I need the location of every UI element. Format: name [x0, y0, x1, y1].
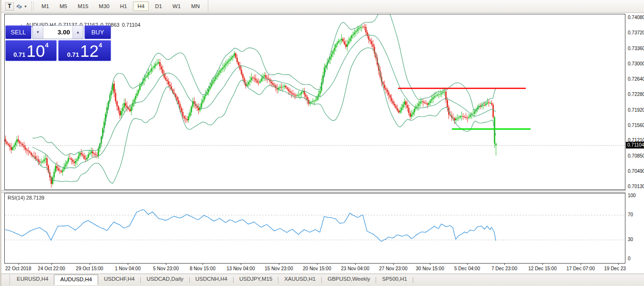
price-axis-tick: 0.70490 [628, 169, 644, 174]
time-axis-label: 22 Oct 2018 [5, 266, 31, 271]
rsi-name: RSI(14) [8, 195, 25, 201]
chart-tab-bar: EURUSD,H4AUDUSD,H4USDCHF,H4USDCAD,DailyU… [1, 274, 644, 286]
time-axis-tick-mark [19, 264, 19, 265]
timeframe-button-mn[interactable]: MN [187, 1, 204, 11]
chart-workspace: ▲AUDUSD,H40.711370.711620.708630.71104 S… [1, 13, 644, 274]
buy-price-pip-digit: 4 [99, 42, 102, 49]
time-axis-tick-mark [430, 264, 430, 265]
time-axis-label: 13 Nov 04:00 [226, 266, 255, 271]
timeframe-button-w1[interactable]: W1 [168, 1, 185, 11]
time-axis-label: 15 Nov 23:00 [265, 266, 293, 271]
chart-tab-sp500[interactable]: SP500,H1 [376, 275, 412, 285]
rsi-indicator-pane: RSI(14) 28.7139 [4, 193, 625, 264]
one-click-trading-panel: SELL ▼ ▲ BUY 0.71 10 4 0.71 [5, 25, 111, 61]
rsi-value: 28.7139 [26, 195, 44, 201]
price-axis-tick: 0.73000 [628, 61, 644, 67]
price-axis-tick: 0.71920 [628, 107, 644, 113]
time-axis-tick-mark [128, 264, 128, 265]
timeframe-button-m15[interactable]: M15 [73, 1, 92, 11]
chart-tab-gbpusd[interactable]: GBPUSD,Weekly [322, 275, 376, 285]
time-axis-label: 29 Oct 15:00 [76, 266, 103, 271]
price-axis-tick: 0.73360 [628, 46, 644, 52]
tab-scroll-area[interactable] [1, 275, 10, 285]
current-price-tag: 0.71104 [626, 142, 644, 148]
tab-divider [413, 277, 413, 283]
buy-price-display[interactable]: 0.71 12 4 [58, 40, 111, 61]
time-axis-label: 1 Nov 04:00 [115, 266, 141, 271]
buy-price-prefix: 0.71 [67, 51, 79, 58]
time-axis-tick-mark [618, 264, 619, 265]
time-axis-tick-mark [393, 264, 394, 265]
buy-price-big-digits: 12 [80, 44, 99, 58]
toolbar-separator [208, 0, 208, 13]
close-value: 0.71104 [122, 22, 141, 28]
chart-tab-usdjpy[interactable]: USDJPY,M15 [234, 275, 278, 285]
time-axis-tick-mark [279, 264, 279, 265]
rsi-axis-tick: 70 [628, 212, 633, 218]
time-axis-tick-mark [317, 264, 317, 265]
chart-tab-usdcad[interactable]: USDCAD,Daily [141, 275, 189, 285]
sell-price-display[interactable]: 0.71 10 4 [5, 40, 57, 61]
rsi-axis-tick: 100 [628, 193, 636, 199]
text-tool-button[interactable]: T [4, 1, 15, 11]
time-axis-tick-mark [355, 264, 356, 265]
top-toolbar: T ⇄ ▼ M1M5M15M30H1H4D1W1MN [1, 0, 644, 13]
price-axis-tick: 0.70850 [628, 153, 644, 159]
timeframe-button-m5[interactable]: M5 [55, 1, 72, 11]
volume-input[interactable] [43, 26, 72, 39]
price-axis[interactable]: 0.740800.737200.733600.730000.726400.722… [626, 13, 644, 274]
price-axis-tick: 0.71560 [628, 123, 644, 128]
chart-tab-xauusd[interactable]: XAUUSD,H1 [278, 275, 321, 285]
text-tool-icon: T [5, 2, 13, 11]
time-axis-label: 23 Nov 04:00 [341, 266, 369, 271]
sell-price-pip-digit: 4 [45, 42, 49, 49]
chart-tab-eurusd[interactable]: EURUSD,H4 [11, 275, 54, 285]
timeframe-button-d1[interactable]: D1 [151, 1, 166, 11]
time-axis-tick-mark [166, 264, 166, 265]
timeframe-button-h1[interactable]: H1 [116, 1, 132, 11]
timeframe-button-m30[interactable]: M30 [94, 1, 113, 11]
toolbar-separator [31, 1, 34, 11]
time-axis-label: 5 Dec 04:00 [454, 266, 480, 271]
time-axis-label: 5 Nov 23:00 [153, 266, 179, 271]
rsi-canvas[interactable] [5, 193, 625, 263]
rsi-label: RSI(14) 28.7139 [8, 195, 44, 201]
price-axis-tick: 0.72640 [628, 76, 644, 82]
rsi-axis-tick: 0 [628, 256, 631, 262]
chart-tab-audusd[interactable]: AUDUSD,H4 [54, 275, 98, 285]
time-axis-tick-mark [467, 264, 468, 265]
chart-tab-usdchf[interactable]: USDCHF,H4 [98, 275, 141, 285]
time-axis-label: 8 Nov 15:00 [190, 266, 215, 271]
time-axis-label: 17 Dec 07:00 [566, 266, 595, 271]
rsi-axis-tick: 30 [628, 237, 633, 243]
buy-button[interactable]: BUY [84, 25, 111, 39]
dropdown-caret-icon[interactable]: ▼ [24, 5, 27, 8]
quick-order-button[interactable]: ⇄ ▼ [16, 1, 28, 11]
time-axis-tick-mark [241, 264, 241, 265]
time-axis-label: 20 Nov 15:00 [303, 266, 331, 271]
sell-price-prefix: 0.71 [13, 51, 25, 58]
main-chart-pane: ▲AUDUSD,H40.711370.711620.708630.71104 S… [4, 14, 625, 190]
time-axis-tick-mark [581, 264, 581, 265]
time-axis-label: 12 Dec 15:00 [528, 266, 557, 271]
timeframe-button-m1[interactable]: M1 [37, 1, 53, 11]
time-axis-label: 27 Nov 23:00 [379, 266, 408, 271]
time-axis[interactable]: 22 Oct 201824 Oct 22:0029 Oct 15:001 Nov… [4, 264, 625, 274]
time-axis-tick-mark [504, 264, 505, 265]
time-axis-tick-mark [51, 264, 52, 265]
volume-increase-button[interactable]: ▲ [72, 26, 83, 39]
time-axis-label: 7 Dec 23:00 [491, 266, 517, 271]
chart-tab-usdcnh[interactable]: USDCNH,H4 [190, 275, 233, 285]
timeframe-button-group: M1M5M15M30H1H4D1W1MN [36, 1, 205, 11]
price-axis-tick: 0.72280 [628, 92, 644, 97]
sell-button[interactable]: SELL [5, 25, 31, 39]
mt4-window: T ⇄ ▼ M1M5M15M30H1H4D1W1MN ▲AUDUSD,H40.7… [0, 0, 644, 286]
time-axis-label: 24 Oct 22:00 [38, 266, 65, 271]
volume-decrease-button[interactable]: ▼ [33, 26, 43, 39]
timeframe-button-h4[interactable]: H4 [133, 1, 149, 11]
time-axis-tick-mark [90, 264, 90, 265]
time-axis-tick-mark [542, 264, 543, 265]
price-axis-tick: 0.70130 [628, 184, 644, 190]
arrows-icon: ⇄ [15, 2, 23, 11]
time-axis-label: 30 Nov 15:00 [416, 266, 444, 271]
